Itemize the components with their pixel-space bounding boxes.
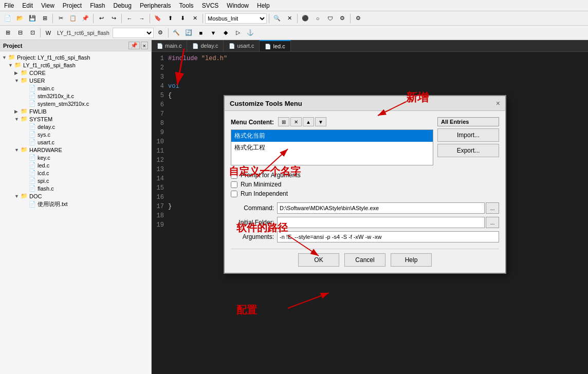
tree-stm32[interactable]: ▶ 📄 stm32f10x_it.c	[0, 92, 151, 100]
new-btn[interactable]: 📄	[2, 13, 13, 24]
tree-delay[interactable]: ▶ 📄 delay.c	[0, 123, 151, 130]
command-browse-btn[interactable]: ...	[486, 202, 499, 214]
run-independent-checkbox[interactable]	[231, 191, 237, 197]
circle2-btn[interactable]: ○	[312, 13, 323, 24]
menu-list[interactable]: 格式化当前 格式化工程	[231, 129, 433, 165]
user-folder-icon: 📁	[21, 77, 28, 84]
menu-help[interactable]: Help	[253, 1, 274, 10]
menu-flash[interactable]: Flash	[86, 1, 109, 10]
function-dropdown[interactable]: Mosbus_Init	[205, 13, 267, 24]
tree-lcd[interactable]: ▶ 📄 lcd.c	[0, 169, 151, 177]
sidebar-pin-btn[interactable]: 📌	[128, 42, 140, 49]
tree-flash[interactable]: ▶ 📄 flash.c	[0, 184, 151, 192]
tree-fwlib[interactable]: ▶ 📁 FWLIB	[0, 107, 151, 115]
run-btn[interactable]: ⊟	[14, 27, 26, 39]
cut-btn[interactable]: ✂	[55, 13, 66, 24]
save-btn[interactable]: 💾	[27, 13, 38, 24]
move-down-btn[interactable]: ▼	[315, 117, 326, 126]
shield-btn[interactable]: 🛡	[324, 13, 336, 24]
prompt-args-checkbox[interactable]	[231, 172, 237, 179]
help-btn[interactable]: Help	[391, 253, 432, 267]
undo-btn[interactable]: ↩	[96, 13, 107, 24]
gear-btn[interactable]: ⚙	[337, 13, 348, 24]
tree-system-group[interactable]: ▼ 📁 SYSTEM	[0, 115, 151, 123]
menu-edit[interactable]: Edit	[18, 1, 37, 10]
tree-doc[interactable]: ▼ 📁 DOC	[0, 192, 151, 200]
command-input[interactable]	[277, 202, 485, 214]
initial-folder-browse-btn[interactable]: ...	[486, 217, 499, 228]
copy-btn[interactable]: 📋	[67, 13, 79, 24]
build-btn[interactable]: ⊞	[2, 27, 13, 39]
menu-item-1[interactable]: 格式化工程	[231, 142, 433, 154]
tab-led-c[interactable]: 📄 led.c	[260, 40, 290, 51]
dialog-close-btn[interactable]: ×	[496, 99, 500, 107]
compile-btn[interactable]: 🔨	[171, 27, 182, 39]
tree-root[interactable]: ▼ 📁 Project: LY_f1_rct6_spi_flash	[0, 53, 151, 61]
bookmark-btn[interactable]: 🔖	[152, 13, 163, 24]
code-brace-5: {	[168, 91, 172, 100]
tree-usart[interactable]: ▶ 📄 usart.c	[0, 138, 151, 146]
tab-main-c[interactable]: 📄 main.c	[152, 40, 187, 51]
next-bookmark-btn[interactable]: ⬇	[177, 13, 188, 24]
diamond-btn[interactable]: ◆	[220, 27, 231, 39]
tree-system[interactable]: ▶ 📄 system_stm32f10x.c	[0, 100, 151, 107]
ww-btn[interactable]: W	[43, 27, 54, 39]
code-void-4: voi	[168, 82, 179, 91]
prev-bookmark-btn[interactable]: ⬆	[164, 13, 176, 24]
menu-tools[interactable]: Tools	[175, 1, 198, 10]
stop-build-btn[interactable]: ■	[195, 27, 207, 39]
project-dropdown[interactable]	[113, 28, 154, 38]
export-btn[interactable]: Export...	[437, 144, 499, 157]
tree-led[interactable]: ▶ 📄 led.c	[0, 161, 151, 169]
fwlib-expand-icon: ▶	[14, 109, 20, 114]
run-minimized-checkbox[interactable]	[231, 181, 237, 188]
x1-btn[interactable]: ✕	[284, 13, 295, 24]
menu-svcs[interactable]: SVCS	[198, 1, 223, 10]
tree-user[interactable]: ▼ 📁 USER	[0, 77, 151, 84]
arguments-input[interactable]	[277, 231, 499, 242]
cancel-btn[interactable]: Cancel	[344, 253, 385, 267]
menu-item-0[interactable]: 格式化当前	[231, 130, 433, 142]
redo-btn[interactable]: ↪	[108, 13, 119, 24]
anchor-btn[interactable]: ⚓	[245, 27, 256, 39]
new-entry-btn[interactable]: ⊞	[278, 117, 289, 126]
menu-view[interactable]: View	[37, 1, 59, 10]
t3-btn[interactable]: ⊡	[27, 27, 38, 39]
tree-main-folder[interactable]: ▼ 📁 LY_f1_rct6_spi_flash	[0, 61, 151, 69]
circle1-btn[interactable]: ⚫	[300, 13, 311, 24]
download-btn[interactable]: ▼	[208, 27, 219, 39]
tab-usart-c[interactable]: 📄 usart.c	[224, 40, 260, 51]
tree-sys[interactable]: ▶ 📄 sys.c	[0, 130, 151, 138]
settings-btn[interactable]: ⚙	[353, 13, 364, 24]
menu-peripherals[interactable]: Peripherals	[136, 1, 175, 10]
menu-debug[interactable]: Debug	[109, 1, 136, 10]
sidebar-close-btn[interactable]: ×	[141, 42, 148, 49]
tree-core[interactable]: ▶ 📁 CORE	[0, 69, 151, 77]
clear-bookmarks-btn[interactable]: ✕	[189, 13, 200, 24]
tree-key[interactable]: ▶ 📄 key.c	[0, 154, 151, 161]
back-btn[interactable]: ←	[124, 13, 135, 24]
import-btn[interactable]: Import...	[437, 128, 499, 142]
initial-folder-input[interactable]	[277, 217, 485, 228]
menu-project[interactable]: Project	[59, 1, 86, 10]
ok-btn[interactable]: OK	[298, 253, 339, 267]
paste-btn[interactable]: 📌	[80, 13, 91, 24]
arrow-btn[interactable]: ▷	[232, 27, 244, 39]
find-btn[interactable]: 🔍	[271, 13, 283, 24]
tree-readme[interactable]: ▶ 📄 使用说明.txt	[0, 200, 151, 209]
checkbox-row-0: Prompt for Arguments	[231, 172, 499, 179]
delete-entry-btn[interactable]: ✕	[290, 117, 302, 126]
rebuild-btn[interactable]: 🔄	[183, 27, 194, 39]
tree-main-c[interactable]: ▶ 📄 main.c	[0, 84, 151, 92]
tree-hardware[interactable]: ▼ 📁 HARDWARE	[0, 146, 151, 154]
save-all-btn[interactable]: ⊞	[39, 13, 50, 24]
fwd-btn[interactable]: →	[136, 13, 148, 24]
tree-spi[interactable]: ▶ 📄 spi.c	[0, 177, 151, 184]
target-settings-btn[interactable]: ⚙	[155, 27, 166, 39]
open-btn[interactable]: 📂	[14, 13, 26, 24]
customize-tools-dialog[interactable]: Customize Tools Menu × Menu Content: ⊞ ✕…	[224, 95, 506, 274]
move-up-btn[interactable]: ▲	[303, 117, 314, 126]
menu-window[interactable]: Window	[223, 1, 253, 10]
tab-delay-c[interactable]: 📄 delay.c	[187, 40, 224, 51]
menu-file[interactable]: File	[0, 1, 18, 10]
